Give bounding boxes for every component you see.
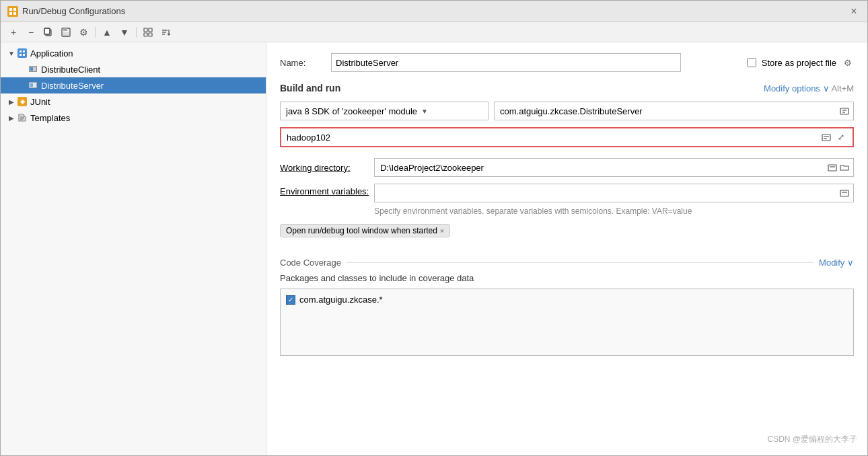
run-debug-configurations-window: Run/Debug Configurations × + − ⚙ ▲ ▼ [0, 0, 868, 456]
move-button[interactable] [141, 25, 155, 40]
code-coverage-title: Code Coverage [280, 258, 341, 268]
sidebar-item-application[interactable]: ▼ Application [1, 45, 266, 61]
svg-rect-0 [9, 8, 12, 11]
svg-rect-20 [20, 54, 22, 56]
distribute-client-icon [28, 64, 38, 75]
sidebar-label-junit: JUnit [30, 97, 50, 107]
build-and-run-title: Build and run [280, 83, 340, 93]
coverage-checkbox[interactable]: ✓ [286, 295, 295, 305]
svg-rect-10 [144, 28, 147, 32]
svg-rect-34 [822, 135, 830, 141]
svg-rect-3 [13, 12, 16, 15]
sidebar: ▼ Application ▶ [1, 42, 266, 455]
dir-edit-icon[interactable] [826, 161, 838, 174]
sdk-value: java 8 SDK of 'zookeeper' module [286, 106, 417, 116]
watermark: CSDN @爱编程的大李子 [767, 434, 857, 445]
dir-browse-icon[interactable] [838, 161, 851, 174]
save-button[interactable] [59, 25, 73, 40]
sidebar-label-client: DistributeClient [41, 65, 100, 75]
code-coverage-divider: Code Coverage Modify ∨ [280, 258, 854, 268]
store-project-gear-icon[interactable]: ⚙ [842, 56, 854, 69]
close-button[interactable]: × [847, 5, 861, 18]
working-dir-input-wrapper [374, 158, 854, 177]
main-class-input[interactable] [497, 105, 838, 118]
env-variables-input[interactable] [377, 187, 838, 200]
svg-rect-31 [840, 108, 848, 114]
expand-icon-templates: ▶ [6, 112, 17, 123]
main-content: ▼ Application ▶ [1, 42, 867, 455]
remove-button[interactable]: − [24, 25, 38, 40]
sort-button[interactable] [158, 25, 173, 40]
program-args-box[interactable]: hadoop102 ⤢ [280, 127, 854, 147]
args-expand-icon[interactable]: ⤢ [835, 131, 847, 143]
store-project-label: Store as project file [762, 58, 836, 68]
name-input[interactable] [331, 53, 681, 72]
sidebar-label-application: Application [30, 48, 73, 59]
sdk-select[interactable]: java 8 SDK of 'zookeeper' module ▼ [280, 102, 489, 120]
class-input-wrapper [494, 102, 854, 120]
args-edit-icon[interactable] [820, 131, 832, 143]
class-browse-icon[interactable] [838, 105, 851, 117]
sidebar-item-templates[interactable]: ▶ Templates [1, 110, 266, 126]
working-directory-row: Working directory: [280, 158, 854, 177]
svg-rect-1 [13, 8, 16, 11]
open-tool-window-tag[interactable]: Open run/debug tool window when started … [280, 224, 450, 237]
svg-rect-19 [23, 50, 25, 52]
svg-rect-2 [9, 12, 12, 15]
store-project-row: Store as project file ⚙ [747, 56, 854, 69]
svg-rect-24 [30, 67, 33, 71]
svg-rect-21 [23, 54, 25, 56]
sidebar-label-templates: Templates [30, 113, 70, 123]
right-panel: Name: Store as project file ⚙ Build and … [266, 42, 867, 455]
add-button[interactable]: + [6, 25, 21, 40]
title-bar-left: Run/Debug Configurations [7, 6, 125, 17]
args-icons: ⤢ [820, 131, 847, 143]
env-edit-icon[interactable] [838, 187, 851, 199]
svg-rect-13 [149, 33, 152, 36]
sidebar-item-distribute-client[interactable]: ▶ DistributeClient [1, 61, 266, 77]
coverage-desc-text: Packages and classes to include in cover… [280, 273, 854, 283]
app-logo-icon [7, 6, 18, 17]
move-down-button[interactable]: ▼ [117, 25, 132, 40]
tag-close-icon[interactable]: × [440, 227, 444, 235]
junit-icon: ◈ [17, 96, 28, 107]
copy-button[interactable] [41, 25, 56, 40]
check-icon: ✓ [288, 296, 293, 303]
sidebar-item-distribute-server[interactable]: ▶ DistributeServer [1, 77, 266, 93]
templates-icon [17, 112, 28, 123]
build-run-header: Build and run Modify options ∨ Alt+M [280, 83, 854, 93]
toolbar: + − ⚙ ▲ ▼ [1, 22, 867, 42]
env-input-wrapper [374, 184, 854, 202]
move-up-button[interactable]: ▲ [100, 25, 114, 40]
environment-variables-row: Environment variables: [280, 184, 854, 202]
svg-rect-37 [828, 165, 836, 171]
working-directory-input[interactable] [377, 161, 826, 174]
distribute-server-icon [28, 80, 38, 91]
modify-options-link[interactable]: Modify options ∨ Alt+M [764, 83, 854, 93]
sidebar-item-junit[interactable]: ▶ ◈ JUnit [1, 93, 266, 110]
toolbar-separator-2 [136, 27, 137, 38]
toolbar-separator [95, 27, 96, 38]
svg-rect-5 [44, 28, 50, 34]
window-title: Run/Debug Configurations [22, 6, 125, 16]
svg-rect-18 [20, 50, 22, 52]
wrench-button[interactable]: ⚙ [76, 25, 91, 40]
coverage-box: ✓ com.atguigu.zkcase.* [280, 289, 854, 356]
svg-rect-9 [63, 32, 69, 36]
expand-icon-junit: ▶ [6, 96, 17, 107]
svg-rect-11 [149, 28, 152, 32]
title-bar: Run/Debug Configurations × [1, 1, 867, 22]
svg-rect-8 [63, 28, 67, 31]
svg-rect-12 [144, 33, 147, 36]
sdk-dropdown-arrow-icon: ▼ [421, 108, 428, 115]
sidebar-label-server: DistributeServer [41, 81, 104, 91]
env-hint-text: Specify environment variables, separate … [374, 206, 854, 216]
coverage-item: ✓ com.atguigu.zkcase.* [286, 295, 848, 305]
coverage-modify-link[interactable]: Modify ∨ [819, 258, 854, 268]
svg-rect-39 [840, 190, 848, 196]
sdk-row: java 8 SDK of 'zookeeper' module ▼ [280, 102, 854, 120]
store-project-checkbox[interactable] [747, 58, 756, 67]
open-tool-window-label: Open run/debug tool window when started [286, 226, 437, 235]
env-variables-label: Environment variables: [280, 184, 374, 196]
name-left: Name: [280, 53, 681, 72]
